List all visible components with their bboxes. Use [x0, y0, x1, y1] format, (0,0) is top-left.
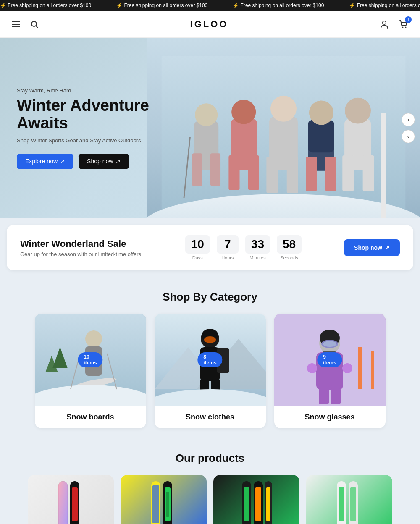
seconds-label: Seconds [280, 255, 298, 260]
product-card-4[interactable] [306, 475, 392, 524]
products-grid [7, 475, 413, 524]
snowglasses-badge: 9 items [317, 352, 342, 367]
svg-rect-82 [339, 487, 344, 521]
arrow-icon: ↗ [385, 244, 390, 251]
svg-point-28 [345, 98, 371, 124]
snowclothes-image: 8 items [155, 314, 266, 406]
sale-shop-button[interactable]: Shop now ↗ [344, 239, 400, 256]
header-right: 1 [378, 18, 410, 31]
hamburger-icon [12, 20, 20, 29]
days-label: Days [192, 255, 203, 260]
header: IGLOO 1 [0, 11, 420, 38]
svg-rect-12 [192, 153, 202, 186]
product-image-2 [121, 475, 207, 524]
shop-now-button[interactable]: Shop now ↗ [79, 154, 129, 169]
cart-button[interactable]: 1 [397, 18, 410, 31]
snowclothes-info: Snow clothes [155, 406, 266, 428]
header-left [10, 18, 40, 30]
svg-rect-29 [342, 155, 354, 191]
countdown-seconds: 58 Seconds [277, 235, 302, 260]
svg-rect-26 [326, 157, 336, 191]
svg-rect-80 [266, 487, 270, 521]
days-value: 10 [185, 235, 210, 254]
snowboards-badge: 10 items [78, 352, 102, 367]
hero-subtitle: Stay Warm, Ride Hard [17, 87, 160, 94]
svg-rect-16 [228, 155, 239, 190]
announcement-text: ⚡ Free shipping on all orders over $100 … [0, 3, 420, 8]
countdown-days: 10 Days [185, 235, 210, 260]
announcement-item: ⚡ Free shipping on all orders over $100 [0, 3, 91, 8]
svg-rect-65 [331, 388, 341, 404]
shop-label: Shop now [87, 158, 113, 165]
product-image-3 [213, 475, 299, 524]
category-grid: 10 items Snow boards [7, 314, 413, 428]
svg-point-15 [231, 100, 256, 124]
svg-rect-84 [350, 487, 356, 521]
category-card-snowclothes[interactable]: 8 items Snow clothes [155, 314, 266, 428]
svg-point-36 [85, 330, 102, 347]
search-button[interactable] [29, 18, 40, 30]
explore-label: Explore now [25, 158, 58, 165]
svg-line-4 [36, 26, 38, 28]
countdown: 10 Days 7 Hours 33 Minutes 58 Seconds [185, 235, 302, 260]
svg-rect-21 [287, 157, 298, 193]
account-button[interactable] [378, 18, 391, 31]
hero-section: Stay Warm, Ride Hard Winter Adventure Aw… [0, 38, 420, 218]
categories-title: Shop By Category [7, 291, 413, 304]
arrow-icon: ↗ [116, 158, 121, 165]
sale-btn-label: Shop now [354, 244, 382, 251]
search-icon [30, 20, 39, 29]
svg-rect-69 [72, 487, 78, 521]
arrow-icon: ↗ [60, 158, 65, 165]
snowclothes-name: Snow clothes [186, 413, 234, 421]
category-card-snowglasses[interactable]: 9 items Snow glasses [274, 314, 386, 428]
svg-point-7 [405, 26, 406, 28]
hero-navigation: › ‹ [402, 113, 415, 143]
board-svg-1 [46, 479, 96, 524]
hours-value: 7 [217, 235, 239, 254]
svg-point-6 [402, 26, 403, 28]
products-title: Our products [7, 452, 413, 465]
product-card-1[interactable] [28, 475, 114, 524]
svg-rect-17 [248, 155, 259, 190]
logo[interactable]: IGLOO [190, 19, 228, 30]
hero-title: Winter Adventure Awaits [17, 97, 160, 132]
hero-next-button[interactable]: › [402, 113, 415, 126]
board-svg-3 [231, 479, 282, 524]
announcement-item: ⚡ Free shipping on all orders over $100 [349, 3, 420, 8]
hero-prev-button[interactable]: ‹ [402, 130, 415, 143]
sale-title: Winter Wonderland Sale [20, 238, 143, 249]
svg-point-59 [323, 341, 336, 347]
hours-label: Hours [221, 255, 234, 260]
svg-rect-1 [12, 24, 20, 25]
svg-rect-71 [152, 485, 159, 523]
svg-point-62 [342, 363, 352, 373]
announcement-item: ⚡ Free shipping on all orders over $100 [233, 3, 324, 8]
svg-point-11 [195, 103, 218, 126]
product-image-4 [306, 475, 392, 524]
menu-button[interactable] [10, 18, 22, 30]
user-icon [380, 20, 389, 29]
product-card-2[interactable] [121, 475, 207, 524]
svg-rect-0 [12, 21, 20, 22]
product-image-1 [28, 475, 114, 524]
hero-description: Shop Winter Sports Gear and Stay Active … [17, 137, 160, 144]
svg-point-19 [270, 96, 297, 122]
svg-point-5 [383, 21, 386, 24]
snowglasses-info: Snow glasses [274, 406, 386, 428]
svg-rect-20 [266, 157, 278, 193]
hero-image [147, 38, 420, 218]
product-card-3[interactable] [213, 475, 299, 524]
sale-description: Gear up for the season with our limited-… [20, 251, 143, 257]
announcement-item: ⚡ Free shipping on all orders over $100 [116, 3, 207, 8]
categories-section: Shop By Category [0, 277, 420, 442]
svg-rect-13 [210, 153, 220, 186]
svg-rect-25 [306, 157, 317, 191]
category-card-snowboards[interactable]: 10 items Snow boards [35, 314, 146, 428]
explore-button[interactable]: Explore now ↗ [17, 154, 74, 169]
hero-people-bg [147, 38, 420, 218]
svg-rect-54 [358, 347, 362, 389]
snowglasses-name: Snow glasses [304, 413, 354, 421]
countdown-hours: 7 Hours [217, 235, 239, 260]
sale-banner: Winter Wonderland Sale Gear up for the s… [7, 225, 413, 270]
